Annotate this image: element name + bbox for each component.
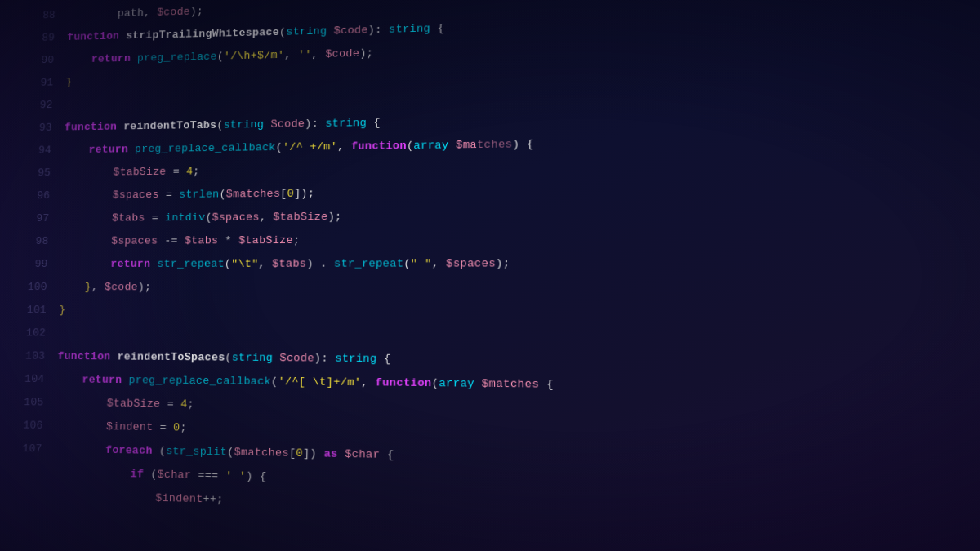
line-num-91: 91 <box>40 72 54 95</box>
line-num-100: 100 <box>27 276 47 299</box>
line-num-90: 90 <box>41 49 55 72</box>
line-num-92: 92 <box>39 94 53 117</box>
line-num-98: 98 <box>35 230 49 253</box>
line-num-99: 99 <box>34 253 48 276</box>
line-num-107: 107 <box>22 438 42 461</box>
code-line-98: $spaces -= $tabs * $tabSize; <box>60 226 980 253</box>
code-content: path, $code); function stripTrailingWhit… <box>53 0 980 531</box>
line-num-103: 103 <box>25 344 46 367</box>
line-num-104: 104 <box>24 368 45 392</box>
code-view: 88 89 90 91 92 93 94 95 96 97 98 99 100 … <box>0 0 980 551</box>
line-num-93: 93 <box>38 117 52 140</box>
line-num-95: 95 <box>38 162 51 184</box>
line-num-96: 96 <box>37 184 51 207</box>
line-num-106: 106 <box>23 414 43 438</box>
line-num-97: 97 <box>36 207 50 230</box>
code-editor: 88 89 90 91 92 93 94 95 96 97 98 99 100 … <box>0 0 980 551</box>
code-line-99: return str_repeat("\t", $tabs) . str_rep… <box>60 251 980 276</box>
line-num-88: 88 <box>42 4 56 27</box>
line-num-94: 94 <box>38 140 52 162</box>
line-num-101: 101 <box>26 299 47 322</box>
line-num-89: 89 <box>42 27 56 50</box>
line-num-102: 102 <box>26 322 47 344</box>
line-num-105: 105 <box>24 391 44 415</box>
code-line-100: }, $code); <box>60 276 980 301</box>
